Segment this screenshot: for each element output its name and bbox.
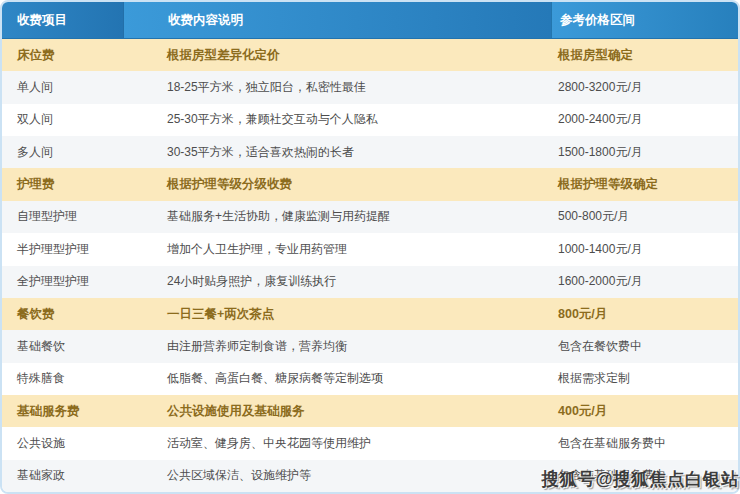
cell-price: 800元/月 xyxy=(550,306,738,323)
table-row: 基础餐饮由注册营养师定制食谱，营养均衡包含在餐饮费中 xyxy=(2,330,738,362)
fee-pricing-table: 收费项目 收费内容说明 参考价格区间 床位费根据房型差异化定价根据房型确定单人间… xyxy=(0,0,740,494)
cell-desc: 一日三餐+两次茶点 xyxy=(123,306,550,323)
cell-desc: 24小时贴身照护，康复训练执行 xyxy=(123,273,550,290)
cell-desc: 根据房型差异化定价 xyxy=(123,47,550,64)
header-price-range: 参考价格区间 xyxy=(551,2,738,38)
cell-price: 1000-1400元/月 xyxy=(550,241,738,258)
cell-price: 根据护理等级确定 xyxy=(550,176,738,193)
cell-item: 全护理型护理 xyxy=(2,273,123,290)
cell-price: 2000-2400元/月 xyxy=(550,111,738,128)
table-row: 半护理型护理增加个人卫生护理，专业用药管理1000-1400元/月 xyxy=(2,233,738,265)
cell-item: 半护理型护理 xyxy=(2,241,123,258)
cell-price: 500-800元/月 xyxy=(550,208,738,225)
cell-price: 2800-3200元/月 xyxy=(550,79,738,96)
cell-price: 包含在基础服务费中 xyxy=(550,435,738,452)
cell-item: 自理型护理 xyxy=(2,208,123,225)
table-row: 特殊膳食低脂餐、高蛋白餐、糖尿病餐等定制选项根据需求定制 xyxy=(2,363,738,395)
header-fee-item: 收费项目 xyxy=(2,2,123,38)
cell-desc: 由注册营养师定制食谱，营养均衡 xyxy=(123,338,550,355)
cell-price: 根据房型确定 xyxy=(550,47,738,64)
cell-desc: 30-35平方米，适合喜欢热闹的长者 xyxy=(123,144,550,161)
cell-item: 单人间 xyxy=(2,79,123,96)
cell-desc: 活动室、健身房、中央花园等使用维护 xyxy=(123,435,550,452)
cell-price: 400元/月 xyxy=(550,403,738,420)
cell-desc: 18-25平方米，独立阳台，私密性最佳 xyxy=(123,79,550,96)
table-body: 床位费根据房型差异化定价根据房型确定单人间18-25平方米，独立阳台，私密性最佳… xyxy=(2,39,738,492)
cell-price: 包含在基础服务费中 xyxy=(550,467,738,484)
cell-desc: 根据护理等级分级收费 xyxy=(123,176,550,193)
category-row: 护理费根据护理等级分级收费根据护理等级确定 xyxy=(2,168,738,200)
cell-item: 餐饮费 xyxy=(2,306,123,323)
cell-desc: 低脂餐、高蛋白餐、糖尿病餐等定制选项 xyxy=(123,370,550,387)
cell-price: 1600-2000元/月 xyxy=(550,273,738,290)
category-row: 餐饮费一日三餐+两次茶点800元/月 xyxy=(2,298,738,330)
cell-price: 1500-1800元/月 xyxy=(550,144,738,161)
table-header-row: 收费项目 收费内容说明 参考价格区间 xyxy=(2,2,738,39)
cell-item: 公共设施 xyxy=(2,435,123,452)
cell-price: 包含在餐饮费中 xyxy=(550,338,738,355)
cell-item: 基础家政 xyxy=(2,467,123,484)
cell-item: 基础服务费 xyxy=(2,403,123,420)
cell-desc: 增加个人卫生护理，专业用药管理 xyxy=(123,241,550,258)
header-fee-description: 收费内容说明 xyxy=(123,2,551,38)
table-row: 自理型护理基础服务+生活协助，健康监测与用药提醒500-800元/月 xyxy=(2,201,738,233)
cell-item: 基础餐饮 xyxy=(2,338,123,355)
cell-desc: 基础服务+生活协助，健康监测与用药提醒 xyxy=(123,208,550,225)
table-row: 公共设施活动室、健身房、中央花园等使用维护包含在基础服务费中 xyxy=(2,427,738,459)
table-row: 双人间25-30平方米，兼顾社交互动与个人隐私2000-2400元/月 xyxy=(2,104,738,136)
table-row: 单人间18-25平方米，独立阳台，私密性最佳2800-3200元/月 xyxy=(2,71,738,103)
page: 收费项目 收费内容说明 参考价格区间 床位费根据房型差异化定价根据房型确定单人间… xyxy=(0,0,740,494)
table-row: 多人间30-35平方米，适合喜欢热闹的长者1500-1800元/月 xyxy=(2,136,738,168)
category-row: 床位费根据房型差异化定价根据房型确定 xyxy=(2,39,738,71)
cell-item: 多人间 xyxy=(2,144,123,161)
cell-desc: 公共设施使用及基础服务 xyxy=(123,403,550,420)
table-row: 全护理型护理24小时贴身照护，康复训练执行1600-2000元/月 xyxy=(2,266,738,298)
category-row: 基础服务费公共设施使用及基础服务400元/月 xyxy=(2,395,738,427)
cell-item: 特殊膳食 xyxy=(2,370,123,387)
cell-desc: 25-30平方米，兼顾社交互动与个人隐私 xyxy=(123,111,550,128)
table-row: 基础家政公共区域保洁、设施维护等包含在基础服务费中 xyxy=(2,460,738,492)
cell-desc: 公共区域保洁、设施维护等 xyxy=(123,467,550,484)
cell-price: 根据需求定制 xyxy=(550,370,738,387)
cell-item: 护理费 xyxy=(2,176,123,193)
cell-item: 双人间 xyxy=(2,111,123,128)
cell-item: 床位费 xyxy=(2,47,123,64)
